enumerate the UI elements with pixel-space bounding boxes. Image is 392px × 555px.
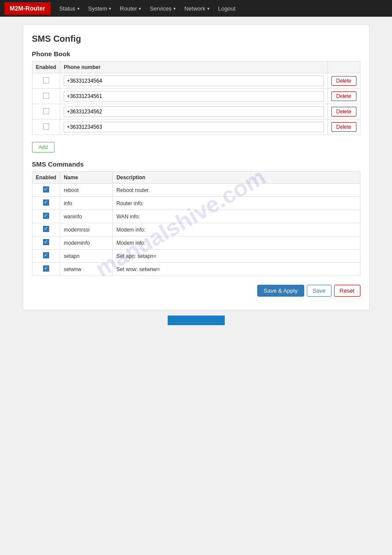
cmd-description: Modem info: xyxy=(113,223,360,236)
phone-enabled-checkbox[interactable] xyxy=(43,77,49,83)
nav-router[interactable]: Router ▾ xyxy=(115,0,145,17)
chevron-down-icon: ▾ xyxy=(139,6,141,11)
cmd-description: Router info: xyxy=(113,197,360,210)
cmd-name: modemrssi xyxy=(60,223,113,236)
nav-network[interactable]: Network ▾ xyxy=(180,0,214,17)
sms-commands-table: Enabled Name Description reboot Reboot r… xyxy=(32,171,360,276)
phone-book-table: Enabled Phone number Delete xyxy=(32,61,360,135)
delete-phone-button[interactable]: Delete xyxy=(331,122,356,132)
sms-command-row: modemrssi Modem info: xyxy=(32,223,360,236)
nav-services[interactable]: Services ▾ xyxy=(145,0,180,17)
phone-number-input[interactable] xyxy=(64,122,324,132)
sms-command-row: setapn Set apn: setapn= xyxy=(32,250,360,263)
chevron-down-icon: ▾ xyxy=(109,6,111,11)
col-header-phone: Phone number xyxy=(60,62,328,73)
phone-book-row: Delete xyxy=(32,73,360,89)
phone-number-input[interactable] xyxy=(64,91,324,102)
phone-enabled-checkbox[interactable] xyxy=(43,93,49,99)
cmd-description: Set wnw: setwnw= xyxy=(113,263,360,276)
cmd-name: setwnw xyxy=(60,263,113,276)
sms-commands-title: SMS Commands xyxy=(32,160,360,168)
cmd-enabled-checkbox[interactable] xyxy=(43,239,49,245)
phone-book-row: Delete xyxy=(32,104,360,120)
delete-phone-button[interactable]: Delete xyxy=(331,76,356,86)
cmd-enabled-checkbox[interactable] xyxy=(43,252,49,258)
chevron-down-icon: ▾ xyxy=(207,6,209,11)
cmd-col-enabled: Enabled xyxy=(32,172,60,184)
cmd-enabled-checkbox[interactable] xyxy=(43,265,49,272)
col-header-action xyxy=(327,62,360,73)
phone-book-title: Phone Book xyxy=(32,50,360,58)
phone-book-row: Delete xyxy=(32,120,360,135)
cmd-name: modeminfo xyxy=(60,236,113,250)
navbar: M2M-Router Status ▾ System ▾ Router ▾ Se… xyxy=(0,0,392,17)
cmd-description: WAN info: xyxy=(113,210,360,223)
chevron-down-icon: ▾ xyxy=(77,6,79,11)
sms-command-row: info Router info: xyxy=(32,197,360,210)
phone-book-row: Delete xyxy=(32,89,360,104)
cmd-name: info xyxy=(60,197,113,210)
delete-phone-button[interactable]: Delete xyxy=(331,91,356,101)
cmd-name: waninfo xyxy=(60,210,113,223)
sms-command-row: reboot Reboot router. xyxy=(32,184,360,197)
cmd-description: Set apn: setapn= xyxy=(113,250,360,263)
chevron-down-icon: ▾ xyxy=(173,6,176,11)
cmd-enabled-checkbox[interactable] xyxy=(43,186,49,192)
cmd-description: Reboot router. xyxy=(113,184,360,197)
phone-enabled-checkbox[interactable] xyxy=(43,108,49,114)
blue-bar xyxy=(168,316,225,325)
delete-phone-button[interactable]: Delete xyxy=(331,107,356,116)
main-content: manualshive.com SMS Config Phone Book En… xyxy=(23,25,370,310)
cmd-enabled-checkbox[interactable] xyxy=(43,226,49,232)
nav-logout[interactable]: Logout xyxy=(214,0,240,17)
sms-command-row: modeminfo Modem info: xyxy=(32,236,360,250)
page-title: SMS Config xyxy=(32,34,360,44)
nav-status[interactable]: Status ▾ xyxy=(55,0,84,17)
cmd-enabled-checkbox[interactable] xyxy=(43,200,49,206)
cmd-col-description: Description xyxy=(113,172,360,184)
save-button[interactable]: Save xyxy=(307,285,331,297)
phone-number-input[interactable] xyxy=(64,76,324,86)
nav-system[interactable]: System ▾ xyxy=(84,0,115,17)
sms-command-row: waninfo WAN info: xyxy=(32,210,360,223)
sms-command-row: setwnw Set wnw: setwnw= xyxy=(32,263,360,276)
brand-logo[interactable]: M2M-Router xyxy=(4,2,50,15)
cmd-name: setapn xyxy=(60,250,113,263)
save-apply-button[interactable]: Save & Apply xyxy=(257,285,304,297)
cmd-description: Modem info: xyxy=(113,236,360,250)
col-header-enabled: Enabled xyxy=(32,62,60,73)
phone-number-input[interactable] xyxy=(64,106,324,117)
reset-button[interactable]: Reset xyxy=(334,285,360,297)
cmd-col-name: Name xyxy=(60,172,113,184)
footer-buttons: Save & Apply Save Reset xyxy=(32,285,360,297)
phone-enabled-checkbox[interactable] xyxy=(43,123,49,130)
cmd-enabled-checkbox[interactable] xyxy=(43,213,49,219)
add-phone-button[interactable]: Add xyxy=(32,142,54,152)
cmd-name: reboot xyxy=(60,184,113,197)
